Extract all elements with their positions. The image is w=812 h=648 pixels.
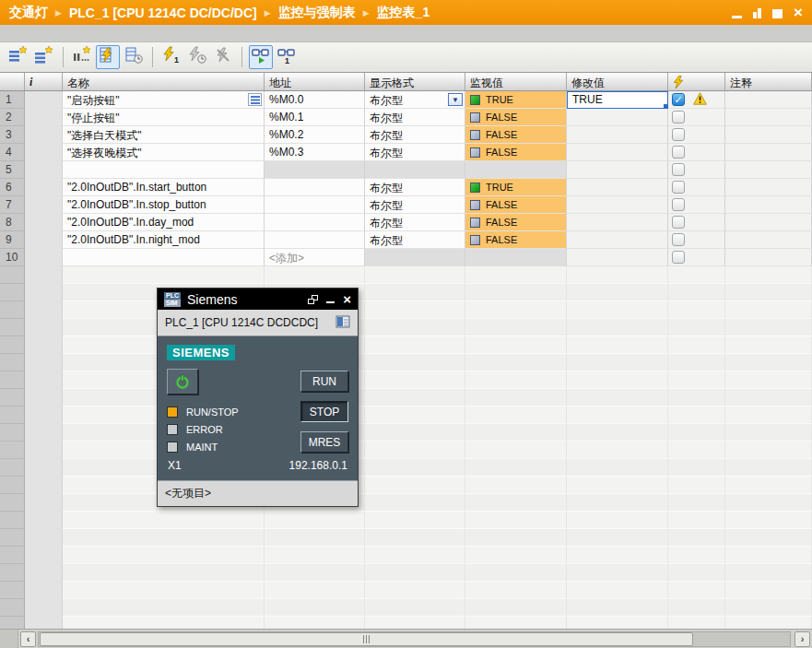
breadcrumb-project[interactable]: 交通灯	[9, 5, 48, 21]
header-monitor-value[interactable]: 监视值	[465, 73, 567, 90]
plcsim-minimize-icon[interactable]	[326, 301, 335, 303]
name-cell[interactable]: "启动按钮"	[63, 91, 265, 109]
row-number[interactable]: 6	[0, 179, 25, 196]
comment-cell[interactable]	[725, 109, 812, 126]
modify-enable-checkbox[interactable]	[672, 216, 685, 229]
row-number[interactable]: 1	[0, 91, 25, 109]
address-cell[interactable]: %M0.1	[265, 109, 365, 126]
modify-value-cell[interactable]	[567, 196, 668, 214]
scroll-right-button[interactable]: ›	[794, 631, 810, 647]
modify-value-cell[interactable]	[567, 249, 668, 266]
monitor-all-button[interactable]	[96, 45, 120, 69]
modify-enable-checkbox[interactable]	[672, 128, 685, 141]
row-number[interactable]: 4	[0, 144, 25, 161]
power-button[interactable]	[167, 369, 198, 395]
name-cell[interactable]: "选择白天模式"	[63, 126, 265, 144]
modify-enable-checkbox[interactable]	[672, 233, 685, 246]
display-format-cell[interactable]: 布尔型	[365, 179, 465, 196]
display-format-cell[interactable]: 布尔型	[365, 126, 465, 144]
address-cell[interactable]: <添加>	[265, 249, 365, 266]
address-cell[interactable]: %M0.0	[265, 91, 365, 109]
modify-enable-checkbox[interactable]	[672, 146, 685, 159]
name-cell[interactable]: "2.0InOutDB".In.start_button	[63, 179, 265, 196]
breadcrumb-plc[interactable]: PLC_1 [CPU 1214C DC/DC/DC]	[69, 6, 257, 20]
name-cell[interactable]	[63, 249, 265, 266]
plcsim-close-icon[interactable]: ×	[343, 293, 351, 306]
name-cell[interactable]	[63, 161, 265, 179]
add-row-button[interactable]	[32, 45, 56, 69]
display-format-cell[interactable]: 布尔型▼	[365, 91, 465, 109]
modify-enable-checkbox[interactable]	[672, 111, 685, 124]
plcsim-restore-icon[interactable]	[308, 295, 318, 304]
modify-once-button[interactable]: 1	[159, 45, 183, 69]
watch-once-button[interactable]: 1	[275, 45, 299, 69]
row-number[interactable]: 7	[0, 196, 25, 214]
watch-all-button[interactable]	[249, 45, 273, 69]
scroll-left-button[interactable]: ‹	[20, 631, 36, 647]
device-view-icon[interactable]	[335, 315, 350, 331]
modify-value-cell[interactable]	[567, 161, 668, 179]
row-number[interactable]: 5	[0, 161, 25, 179]
display-format-cell[interactable]	[365, 161, 465, 179]
maximize-icon[interactable]	[772, 7, 783, 18]
modify-value-cell[interactable]	[567, 109, 668, 126]
comment-cell[interactable]	[725, 91, 812, 109]
stop-button[interactable]: STOP	[300, 401, 348, 422]
comment-cell[interactable]	[725, 214, 812, 231]
display-format-cell[interactable]: 布尔型	[365, 214, 465, 231]
name-cell[interactable]: "选择夜晚模式"	[63, 144, 265, 161]
comment-cell[interactable]	[725, 126, 812, 144]
display-format-cell[interactable]: 布尔型	[365, 231, 465, 249]
comment-cell[interactable]	[725, 196, 812, 214]
modify-value-cell[interactable]	[567, 179, 668, 196]
modify-cancel-button[interactable]	[211, 45, 235, 69]
address-cell[interactable]: %M0.3	[265, 144, 365, 161]
float-window-icon[interactable]	[753, 7, 761, 18]
row-number[interactable]: 3	[0, 126, 25, 144]
modify-enable-checkbox[interactable]: ✓	[672, 93, 685, 106]
breadcrumb-watch-folder[interactable]: 监控与强制表	[278, 5, 356, 21]
minimize-icon[interactable]	[732, 7, 742, 18]
modify-value-cell[interactable]	[567, 231, 668, 249]
address-cell[interactable]	[265, 161, 365, 179]
address-cell[interactable]	[265, 214, 365, 231]
tag-selector-icon[interactable]	[248, 93, 262, 106]
comment-cell[interactable]	[725, 179, 812, 196]
display-format-cell[interactable]: 布尔型	[365, 196, 465, 214]
scrollbar-thumb[interactable]	[40, 632, 693, 646]
insert-row-button[interactable]	[6, 45, 30, 69]
name-cell[interactable]: "停止按钮"	[63, 109, 265, 126]
modify-value-cell[interactable]: TRUE	[567, 91, 668, 109]
header-name[interactable]: 名称	[63, 73, 265, 90]
header-modify-enable[interactable]	[668, 73, 725, 90]
header-display-format[interactable]: 显示格式	[365, 73, 465, 90]
comment-cell[interactable]	[725, 161, 812, 179]
address-cell[interactable]	[265, 179, 365, 196]
modify-value-cell[interactable]	[567, 214, 668, 231]
modify-trigger-button[interactable]	[185, 45, 209, 69]
modify-enable-checkbox[interactable]	[672, 181, 685, 194]
modify-enable-checkbox[interactable]	[672, 163, 685, 176]
header-address[interactable]: 地址	[265, 73, 365, 90]
chevron-down-icon[interactable]: ▼	[448, 93, 463, 106]
plcsim-titlebar[interactable]: PLCSIM Siemens ×	[158, 289, 358, 310]
header-modify-value[interactable]: 修改值	[567, 73, 668, 90]
row-number[interactable]: 8	[0, 214, 25, 231]
display-format-cell[interactable]	[365, 249, 465, 266]
header-comment[interactable]: 注释	[725, 73, 812, 90]
row-number[interactable]: 9	[0, 231, 25, 249]
row-number[interactable]: 10	[0, 249, 25, 266]
address-cell[interactable]	[265, 231, 365, 249]
comment-cell[interactable]	[725, 144, 812, 161]
breadcrumb-watch-table[interactable]: 监控表_1	[377, 5, 430, 21]
comment-cell[interactable]	[725, 249, 812, 266]
address-cell[interactable]: %M0.2	[265, 126, 365, 144]
display-format-cell[interactable]: 布尔型	[365, 109, 465, 126]
modify-value-cell[interactable]	[567, 126, 668, 144]
monitor-once-button[interactable]	[122, 45, 146, 69]
name-cell[interactable]: "2.0InOutDB".In.day_mod	[63, 214, 265, 231]
scrollbar-track[interactable]	[38, 631, 791, 647]
comment-cell[interactable]	[725, 231, 812, 249]
row-number[interactable]: 2	[0, 109, 25, 126]
extended-mode-button[interactable]	[70, 45, 94, 69]
